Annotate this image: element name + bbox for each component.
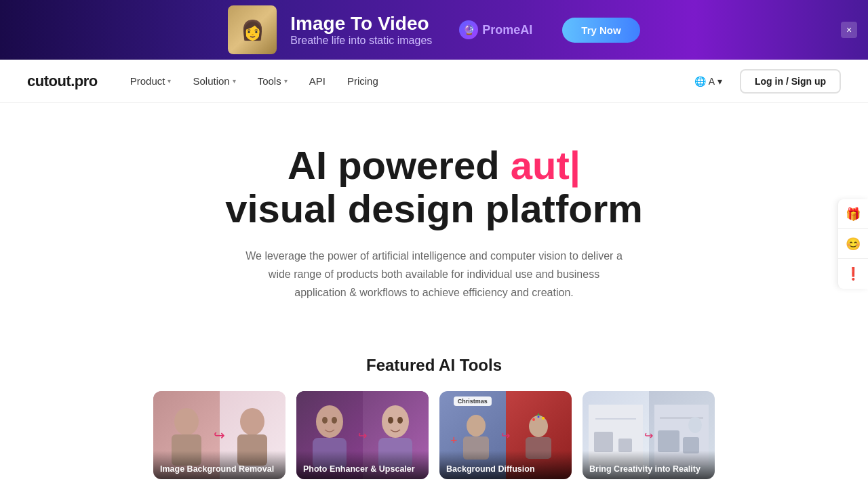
hero-section: AI powered aut| visual design platform W… <box>0 103 868 329</box>
gift-icon-button[interactable]: 🎁 <box>838 199 868 229</box>
try-now-button[interactable]: Try Now <box>562 18 639 43</box>
svg-point-8 <box>382 405 409 438</box>
chevron-down-icon: ▾ <box>717 76 722 87</box>
featured-grid: ↪ Image Background Removal <box>27 391 841 479</box>
card-bg-removal[interactable]: ↪ Image Background Removal <box>153 391 285 479</box>
alert-icon-button[interactable]: ❗ <box>838 259 868 289</box>
hero-line2: visual design platform <box>225 186 643 230</box>
hero-heading: AI powered aut| visual design platform <box>27 144 841 230</box>
svg-point-16 <box>529 415 548 437</box>
svg-point-20 <box>537 416 539 418</box>
arrow-icon: ↪ <box>644 429 653 442</box>
nav-product[interactable]: Product ▾ <box>130 75 172 87</box>
login-button[interactable]: Log in / Sign up <box>740 69 841 94</box>
banner-content: 👩 Image To Video Breathe life into stati… <box>228 5 639 54</box>
card-label: Background Diffusion <box>439 451 572 479</box>
svg-point-5 <box>322 417 328 424</box>
card-creativity[interactable]: ↪ Bring Creativity into Reality <box>583 391 715 479</box>
nav-solution[interactable]: Solution ▾ <box>193 75 235 87</box>
banner-subtitle: Breathe life into static images <box>290 35 432 47</box>
svg-rect-24 <box>595 418 636 420</box>
translate-icon: 🌐 <box>694 76 706 87</box>
svg-point-0 <box>174 408 199 435</box>
chevron-down-icon: ▾ <box>167 77 171 85</box>
arrow-icon: ↪ <box>501 429 510 442</box>
nav-right: 🌐 A ▾ Log in / Sign up <box>688 69 841 94</box>
featured-title: Featured AI Tools <box>27 356 841 375</box>
svg-point-19 <box>542 417 545 420</box>
svg-point-29 <box>688 417 702 433</box>
svg-rect-26 <box>658 430 679 452</box>
plus-icon: + <box>450 434 458 448</box>
nav-tools[interactable]: Tools ▾ <box>258 75 288 87</box>
svg-point-9 <box>388 417 393 424</box>
card-bg-diffusion[interactable]: Christmas + ↪ <box>439 391 572 479</box>
svg-rect-23 <box>618 439 632 452</box>
chevron-down-icon: ▾ <box>284 77 288 85</box>
svg-point-6 <box>332 417 337 424</box>
banner-close-button[interactable]: × <box>841 22 857 38</box>
chevron-down-icon: ▾ <box>233 77 236 85</box>
arrow-icon: ↪ <box>214 427 225 443</box>
svg-point-18 <box>532 418 535 421</box>
card-photo-enhancer[interactable]: ↪ Photo Enhancer & Upscaler <box>296 391 429 479</box>
hero-description: We leverage the power of artificial inte… <box>244 247 624 302</box>
main-nav: cutout.pro Product ▾ Solution ▾ Tools ▾ … <box>0 60 868 103</box>
card-label: Bring Creativity into Reality <box>583 451 715 479</box>
svg-rect-22 <box>594 432 613 452</box>
hero-line1: AI powered aut| <box>288 143 580 187</box>
featured-section: Featured AI Tools ↪ Image <box>0 329 868 488</box>
hero-highlight: aut| <box>511 143 580 187</box>
card-label: Photo Enhancer & Upscaler <box>296 451 429 479</box>
banner-image: 👩 <box>228 5 277 54</box>
banner-title: Image To Video <box>290 13 432 35</box>
face-icon-button[interactable]: 😊 <box>838 229 868 259</box>
banner-text-block: Image To Video Breathe life into static … <box>290 13 432 47</box>
card-label: Image Background Removal <box>153 451 285 479</box>
christmas-tag: Christmas <box>454 396 492 406</box>
language-button[interactable]: 🌐 A ▾ <box>688 72 729 91</box>
sidebar-icons: 🎁 😊 ❗ <box>837 199 868 289</box>
promo-banner: 👩 Image To Video Breathe life into stati… <box>0 0 868 60</box>
nav-links: Product ▾ Solution ▾ Tools ▾ API Pricing <box>130 75 688 87</box>
nav-api[interactable]: API <box>309 75 326 87</box>
svg-point-2 <box>240 408 264 435</box>
promeai-icon: 🔮 <box>459 20 478 39</box>
arrow-icon: ↪ <box>358 429 367 442</box>
site-logo[interactable]: cutout.pro <box>27 73 98 90</box>
banner-logo: 🔮 PromeAI <box>459 20 532 39</box>
promeai-label: PromeAI <box>482 23 532 37</box>
svg-point-10 <box>397 417 403 424</box>
svg-point-12 <box>467 415 486 436</box>
svg-point-4 <box>316 405 343 438</box>
nav-pricing[interactable]: Pricing <box>347 75 378 87</box>
